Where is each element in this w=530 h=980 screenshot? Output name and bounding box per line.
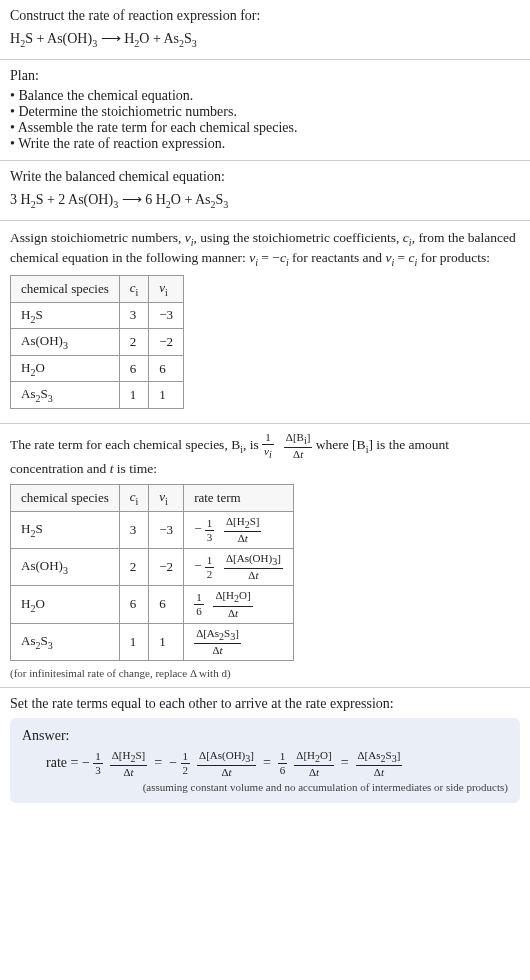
- table-row: H2O 6 6: [11, 355, 184, 382]
- col-vi: νi: [149, 485, 184, 512]
- sign: −: [169, 755, 177, 770]
- fraction: Δ[As2S3]Δt: [356, 750, 403, 778]
- table-header-row: chemical species ci νi: [11, 275, 184, 302]
- denominator: Δt: [213, 607, 252, 619]
- numerator: 1: [181, 751, 191, 764]
- numerator: 1: [205, 555, 215, 568]
- cell-rate: − 13 Δ[H2S]Δt: [184, 511, 294, 548]
- stoich-intro: Assign stoichiometric numbers, νi, using…: [10, 229, 520, 269]
- numerator: 1: [262, 432, 274, 445]
- stoich-table: chemical species ci νi H2S 3 −3 As(OH)3 …: [10, 275, 184, 409]
- denominator: Δt: [110, 766, 147, 778]
- cell-species: H2O: [11, 355, 120, 382]
- denominator: 6: [278, 764, 288, 776]
- sign: −: [194, 558, 201, 573]
- rateterm-section: The rate term for each chemical species,…: [0, 424, 530, 688]
- plan-section: Plan: Balance the chemical equation. Det…: [0, 60, 530, 161]
- denominator: Δt: [294, 766, 333, 778]
- denominator: Δt: [356, 766, 403, 778]
- final-title: Set the rate terms equal to each other t…: [10, 696, 520, 712]
- sign: −: [194, 521, 201, 536]
- fraction: 13: [205, 518, 215, 543]
- fraction: 13: [93, 751, 103, 776]
- text: The rate term for each chemical species,…: [10, 437, 240, 452]
- numerator: 1: [194, 592, 204, 605]
- cell-ci: 1: [119, 623, 149, 660]
- numerator: Δ[H2O]: [213, 590, 252, 606]
- cell-species: As(OH)3: [11, 549, 120, 586]
- numerator: Δ[H2O]: [294, 750, 333, 766]
- numerator: 1: [278, 751, 288, 764]
- answer-label: Answer:: [22, 728, 508, 744]
- col-species: chemical species: [11, 275, 120, 302]
- denominator: Δt: [194, 644, 241, 656]
- cell-species: As2S3: [11, 623, 120, 660]
- table-row: As(OH)3 2 −2 − 12 Δ[As(OH)3]Δt: [11, 549, 294, 586]
- cell-species: H2S: [11, 511, 120, 548]
- table-row: H2S 3 −3: [11, 302, 184, 329]
- prompt-equation: H2S + As(OH)3 ⟶ H2O + As2S3: [10, 28, 520, 51]
- numerator: Δ[Bi]: [284, 432, 313, 448]
- numerator: 1: [205, 518, 215, 531]
- rateterm-intro: The rate term for each chemical species,…: [10, 432, 520, 478]
- stoich-section: Assign stoichiometric numbers, νi, using…: [0, 221, 530, 424]
- fraction: Δ[H2O]Δt: [213, 590, 252, 618]
- rate-label: rate =: [46, 755, 82, 770]
- cell-vi: 6: [149, 355, 184, 382]
- table-row: As2S3 1 1: [11, 382, 184, 409]
- plan-title: Plan:: [10, 68, 520, 84]
- cell-vi: −2: [149, 329, 184, 356]
- denominator: 3: [205, 531, 215, 543]
- text: , is: [243, 437, 262, 452]
- balanced-title: Write the balanced chemical equation:: [10, 169, 520, 185]
- rate-expression: rate = − 13 Δ[H2S]Δt = − 12 Δ[As(OH)3]Δt…: [22, 750, 508, 778]
- table-row: As(OH)3 2 −2: [11, 329, 184, 356]
- balanced-section: Write the balanced chemical equation: 3 …: [0, 161, 530, 221]
- col-species: chemical species: [11, 485, 120, 512]
- cell-species: H2O: [11, 586, 120, 623]
- fraction: Δ[As2S3]Δt: [194, 628, 241, 656]
- table-row: H2O 6 6 16 Δ[H2O]Δt: [11, 586, 294, 623]
- cell-species: As(OH)3: [11, 329, 120, 356]
- col-vi: νi: [149, 275, 184, 302]
- cell-ci: 2: [119, 549, 149, 586]
- final-section: Set the rate terms equal to each other t…: [0, 688, 530, 811]
- denominator: 2: [181, 764, 191, 776]
- table-row: As2S3 1 1 Δ[As2S3]Δt: [11, 623, 294, 660]
- prompt-title: Construct the rate of reaction expressio…: [10, 8, 520, 24]
- fraction: 1νi: [262, 432, 274, 460]
- cell-rate: 16 Δ[H2O]Δt: [184, 586, 294, 623]
- cell-vi: 6: [149, 586, 184, 623]
- numerator: Δ[As(OH)3]: [197, 750, 256, 766]
- fraction: Δ[As(OH)3]Δt: [197, 750, 256, 778]
- plan-list: Balance the chemical equation. Determine…: [10, 88, 520, 152]
- fraction: 16: [278, 751, 288, 776]
- rateterm-note: (for infinitesimal rate of change, repla…: [10, 667, 520, 679]
- numerator: Δ[H2S]: [110, 750, 147, 766]
- plan-item: Write the rate of reaction expression.: [10, 136, 520, 152]
- table-row: H2S 3 −3 − 13 Δ[H2S]Δt: [11, 511, 294, 548]
- denominator: 3: [93, 764, 103, 776]
- prompt-section: Construct the rate of reaction expressio…: [0, 0, 530, 60]
- cell-ci: 3: [119, 302, 149, 329]
- assumption-note: (assuming constant volume and no accumul…: [22, 781, 508, 793]
- cell-species: As2S3: [11, 382, 120, 409]
- plan-item: Assemble the rate term for each chemical…: [10, 120, 520, 136]
- cell-vi: −3: [149, 511, 184, 548]
- fraction: Δ[H2O]Δt: [294, 750, 333, 778]
- denominator: Δt: [224, 569, 283, 581]
- rateterm-table: chemical species ci νi rate term H2S 3 −…: [10, 484, 294, 660]
- cell-vi: −2: [149, 549, 184, 586]
- cell-ci: 6: [119, 586, 149, 623]
- col-ci: ci: [119, 275, 149, 302]
- denominator: Δt: [224, 532, 261, 544]
- fraction: Δ[Bi]Δt: [284, 432, 313, 460]
- fraction: Δ[H2S]Δt: [224, 516, 261, 544]
- cell-ci: 2: [119, 329, 149, 356]
- denominator: 2: [205, 568, 215, 580]
- cell-ci: 6: [119, 355, 149, 382]
- denominator: νi: [262, 445, 274, 460]
- table-header-row: chemical species ci νi rate term: [11, 485, 294, 512]
- denominator: Δt: [284, 448, 313, 460]
- cell-species: H2S: [11, 302, 120, 329]
